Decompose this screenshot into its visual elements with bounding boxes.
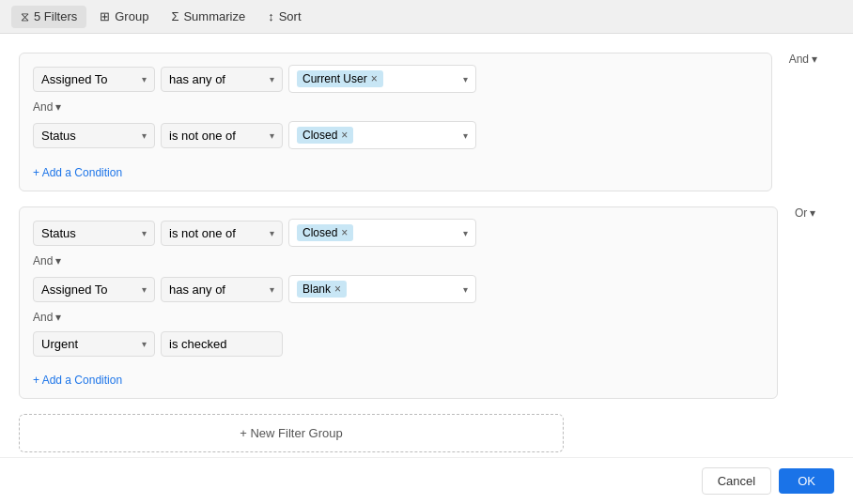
operator-select-2-3[interactable]: is checked [161,331,283,357]
operator-label-1-2: is not one of [169,129,266,143]
chevron-down-icon: ▾ [142,228,147,238]
chevron-down-icon: ▾ [142,74,147,84]
filter-group-1-inner: Assigned To ▾ has any of ▾ Current User … [19,53,772,191]
operator-label-2-2: has any of [169,283,266,297]
tag-closed-2: Closed × [297,224,353,241]
chevron-down-icon: ▾ [55,100,61,114]
group-or-label[interactable]: Or ▾ [787,206,823,220]
group-button[interactable]: ⊞ Group [90,6,158,27]
summarize-button[interactable]: Σ Summarize [162,6,255,27]
sort-button[interactable]: ↕ Sort [258,6,310,27]
chevron-down-icon: ▾ [142,284,147,295]
new-filter-group-label: + New Filter Group [240,426,342,440]
group-label: Group [115,9,148,23]
and-connector-2-1[interactable]: And ▾ [33,254,61,267]
filters-label: 5 Filters [34,9,77,23]
tag-closed-1: Closed × [297,127,353,144]
row-connector-2-2: And ▾ [33,311,764,324]
filter-group-2: Status ▾ is not one of ▾ Closed × [19,206,834,399]
and-label: And [33,100,53,114]
operator-label-1-1: has any of [169,72,266,86]
chevron-down-icon: ▾ [270,74,274,84]
operator-label-2-3: is checked [169,337,274,351]
tag-remove-icon[interactable]: × [334,283,341,295]
field-select-2-1[interactable]: Status ▾ [33,221,155,246]
sort-icon: ↕ [268,9,274,23]
filter-row-2-1: Status ▾ is not one of ▾ Closed × [33,219,764,247]
operator-select-2-2[interactable]: has any of ▾ [161,277,283,302]
chevron-down-icon: ▾ [810,206,815,220]
group-and-label[interactable]: And ▾ [782,53,825,66]
tag-label: Closed [302,129,337,142]
chevron-down-icon: ▾ [463,74,468,84]
value-tags-1-1: Current User × [297,70,459,87]
group-connector-1: And ▾ [772,53,834,66]
value-select-2-1[interactable]: Closed × ▾ [288,219,476,247]
chevron-down-icon: ▾ [463,284,468,295]
value-tags-2-1: Closed × [297,224,459,241]
chevron-down-icon: ▾ [270,284,274,295]
field-select-2-3[interactable]: Urgent ▾ [33,331,155,357]
ok-button[interactable]: OK [779,468,834,494]
chevron-down-icon: ▾ [463,228,468,238]
add-condition-2[interactable]: + Add a Condition [33,364,764,387]
operator-select-1-2[interactable]: is not one of ▾ [161,123,283,148]
tag-label: Closed [302,226,337,239]
dialog-content: Assigned To ▾ has any of ▾ Current User … [0,34,853,457]
filter-group-1: Assigned To ▾ has any of ▾ Current User … [19,53,834,191]
field-label-2-1: Status [41,226,138,240]
cancel-button[interactable]: Cancel [702,467,771,495]
chevron-down-icon: ▾ [812,53,817,66]
and-text: And [789,53,809,66]
field-label-2-3: Urgent [41,337,138,351]
field-label-1-1: Assigned To [41,72,138,86]
new-filter-group-button[interactable]: + New Filter Group [19,414,564,452]
group-icon: ⊞ [100,9,110,23]
value-select-2-2[interactable]: Blank × ▾ [288,275,476,303]
value-tags-2-2: Blank × [297,281,459,298]
toolbar: ⧖ 5 Filters ⊞ Group Σ Summarize ↕ Sort [0,0,853,34]
field-select-1-2[interactable]: Status ▾ [33,123,155,148]
row-connector-1: And ▾ [33,100,758,114]
chevron-down-icon: ▾ [142,339,147,349]
and-label-3: And [33,311,53,324]
filter-row-2-3: Urgent ▾ is checked ▾ [33,331,764,357]
chevron-down-icon: ▾ [270,130,274,141]
tag-remove-icon[interactable]: × [341,227,348,238]
operator-select-2-1[interactable]: is not one of ▾ [161,221,283,246]
or-text: Or [795,206,807,220]
field-select-1-1[interactable]: Assigned To ▾ [33,67,155,92]
summarize-icon: Σ [171,9,178,23]
and-connector-2-2[interactable]: And ▾ [33,311,61,324]
filters-button[interactable]: ⧖ 5 Filters [11,6,86,28]
tag-current-user: Current User × [297,70,383,87]
operator-select-1-1[interactable]: has any of ▾ [161,67,283,92]
chevron-down-icon: ▾ [142,130,147,141]
filter-row-1-1: Assigned To ▾ has any of ▾ Current User … [33,65,758,93]
and-connector-1[interactable]: And ▾ [33,100,61,114]
value-select-1-1[interactable]: Current User × ▾ [288,65,476,93]
chevron-down-icon: ▾ [55,254,61,267]
add-condition-1[interactable]: + Add a Condition [33,157,758,179]
filter-row-1-2: Status ▾ is not one of ▾ Closed × [33,121,758,149]
chevron-down-icon: ▾ [463,130,468,141]
row-connector-2-1: And ▾ [33,254,764,267]
field-select-2-2[interactable]: Assigned To ▾ [33,277,155,302]
tag-remove-icon[interactable]: × [371,73,378,84]
group-connector-2: Or ▾ [778,206,834,220]
summarize-label: Summarize [183,9,245,23]
field-label-1-2: Status [41,129,138,143]
add-condition-label-2: + Add a Condition [33,374,122,387]
dialog-footer: Cancel OK [0,457,853,504]
chevron-down-icon: ▾ [270,228,274,238]
filter-dialog: Assigned To ▾ has any of ▾ Current User … [0,34,853,504]
value-select-1-2[interactable]: Closed × ▾ [288,121,476,149]
sort-label: Sort [279,9,302,23]
value-tags-1-2: Closed × [297,127,459,144]
tag-label: Current User [302,72,367,85]
filter-icon: ⧖ [21,9,29,24]
operator-label-2-1: is not one of [169,226,266,240]
add-condition-label-1: + Add a Condition [33,166,122,179]
tag-remove-icon[interactable]: × [341,130,348,141]
tag-label: Blank [302,283,331,296]
